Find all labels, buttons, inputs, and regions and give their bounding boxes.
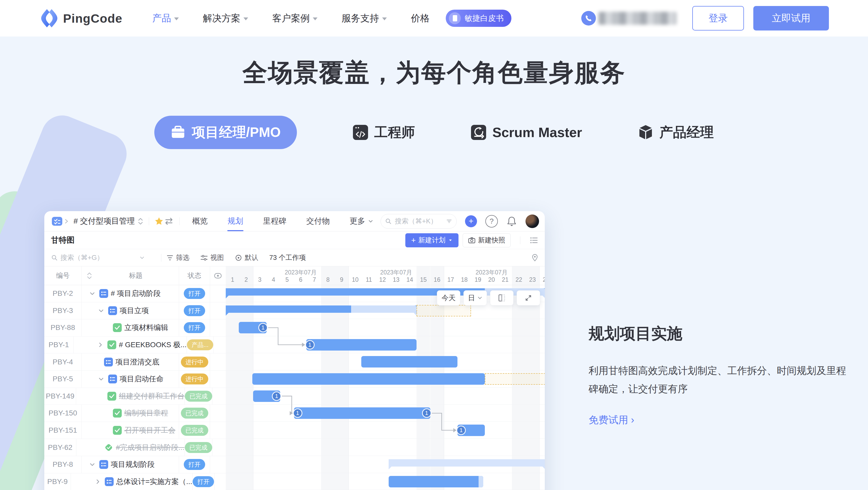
column-header-status[interactable]: 状态	[179, 266, 210, 285]
table-row[interactable]: PBY-9总体设计=实施方案（...打开	[44, 473, 226, 490]
work-item-title[interactable]: 编制项目章程	[124, 408, 168, 418]
dependency-badge[interactable]: 1	[293, 408, 302, 418]
watch-cell[interactable]	[210, 354, 226, 370]
project-title[interactable]: # 交付型项目管理	[73, 216, 135, 226]
work-item-title[interactable]: 项目启动任命	[120, 374, 163, 384]
tab-more[interactable]: 更多	[349, 216, 374, 226]
gantt-bar[interactable]	[226, 305, 416, 313]
work-item-title[interactable]: 项目澄清交底	[116, 357, 159, 367]
notifications-bell-icon[interactable]	[506, 216, 517, 227]
status-badge[interactable]: 已完成	[185, 442, 212, 453]
table-row[interactable]: PBY-1# GEEKBOOKS 极...产品...	[44, 336, 226, 354]
watch-cell[interactable]	[210, 422, 226, 439]
table-row[interactable]: PBY-3项目立项打开	[44, 302, 226, 319]
expand-collapse-icon[interactable]	[97, 375, 105, 382]
status-badge[interactable]: 已完成	[185, 391, 212, 402]
filter-button[interactable]: 筛选	[166, 253, 189, 262]
watch-cell[interactable]	[210, 371, 226, 388]
work-item-title[interactable]: 项目规划阶段	[111, 460, 155, 469]
new-plan-button[interactable]: + 新建计划	[405, 233, 459, 247]
new-snapshot-button[interactable]: 新建快照	[463, 233, 510, 247]
work-item-title[interactable]: 总体设计=实施方案（...	[116, 477, 192, 487]
nav-item-3[interactable]: 服务支持	[341, 12, 387, 25]
table-row[interactable]: PBY-2# 项目启动阶段打开	[44, 285, 226, 302]
role-tab-3[interactable]: 产品经理	[638, 123, 714, 142]
nav-item-4[interactable]: 价格	[411, 12, 430, 25]
split-panel-button[interactable]	[490, 290, 514, 305]
table-row[interactable]: PBY-151召开项目开工会已完成	[44, 422, 226, 439]
watch-cell[interactable]	[210, 319, 226, 336]
time-unit-select[interactable]: 日	[463, 290, 487, 305]
locate-pin-icon[interactable]	[531, 254, 538, 262]
view-button[interactable]: 视图	[200, 253, 224, 262]
free-trial-link[interactable]: 免费试用 ›	[589, 414, 634, 427]
status-badge[interactable]: 进行中	[181, 373, 208, 385]
user-avatar[interactable]	[526, 215, 539, 228]
expand-collapse-icon[interactable]	[97, 307, 105, 314]
create-new-button[interactable]: +	[465, 215, 477, 227]
role-tab-2[interactable]: Scrum Master	[471, 125, 582, 140]
gantt-bar[interactable]	[294, 407, 430, 419]
app-tab-3[interactable]: 交付物	[306, 211, 330, 231]
watch-cell[interactable]	[212, 439, 226, 456]
gantt-bar[interactable]	[306, 339, 417, 350]
gantt-bar[interactable]	[389, 476, 483, 487]
status-badge[interactable]: 打开	[184, 459, 205, 470]
work-item-title[interactable]: # 项目启动阶段	[111, 288, 161, 299]
dependency-badge[interactable]: 1	[272, 392, 281, 401]
watch-cell[interactable]	[210, 285, 226, 302]
expand-toggle-icon[interactable]	[96, 341, 105, 348]
status-badge[interactable]: 打开	[184, 288, 205, 299]
table-row[interactable]: PBY-4项目澄清交底进行中	[44, 354, 226, 371]
login-button[interactable]: 登录	[692, 6, 744, 30]
switch-project-icon[interactable]	[137, 217, 144, 226]
nav-item-0[interactable]: 产品	[152, 12, 179, 25]
logo[interactable]: PingCode	[39, 7, 122, 29]
watch-cell[interactable]	[210, 456, 226, 473]
help-icon[interactable]: ?	[485, 215, 498, 227]
status-badge[interactable]: 打开	[184, 322, 205, 333]
status-badge[interactable]: 打开	[184, 305, 205, 316]
work-item-title[interactable]: #完成项目启动阶段...	[116, 442, 185, 453]
dependency-badge[interactable]: 1	[422, 408, 431, 418]
work-item-title[interactable]: 项目立项	[120, 306, 149, 316]
favorite-star-icon[interactable]	[154, 217, 164, 226]
list-settings-icon[interactable]	[530, 236, 538, 244]
app-tab-1[interactable]: 规划	[227, 211, 243, 231]
table-row[interactable]: PBY-149组建交付群和工作台已完成	[44, 388, 226, 405]
status-badge[interactable]: 已完成	[181, 408, 208, 419]
table-row[interactable]: PBY-62#完成项目启动阶段...已完成	[44, 439, 226, 456]
status-badge[interactable]: 打开	[193, 476, 214, 487]
watch-cell[interactable]	[215, 473, 226, 490]
dependency-badge[interactable]: 1	[457, 426, 466, 435]
watch-cell[interactable]	[210, 405, 226, 422]
role-tab-1[interactable]: 工程师	[353, 123, 415, 142]
app-tab-2[interactable]: 里程碑	[263, 211, 286, 231]
search-filter-icon[interactable]	[446, 218, 452, 224]
expand-collapse-icon[interactable]	[88, 290, 97, 297]
role-tab-0[interactable]: 项目经理/PMO	[154, 116, 297, 149]
table-row[interactable]: PBY-8项目规划阶段打开	[44, 456, 226, 473]
dependency-badge[interactable]: 1	[258, 323, 268, 332]
fullscreen-button[interactable]	[517, 290, 540, 305]
column-header-watch[interactable]	[210, 266, 226, 285]
table-row[interactable]: PBY-5项目启动任命进行中	[44, 371, 226, 388]
gantt-bar[interactable]	[252, 373, 485, 385]
try-now-button[interactable]: 立即试用	[753, 6, 829, 30]
work-item-title[interactable]: 召开项目开工会	[124, 425, 176, 435]
status-badge[interactable]: 产品...	[187, 339, 213, 350]
nav-item-2[interactable]: 客户案例	[272, 12, 317, 25]
gantt-bar[interactable]	[361, 356, 458, 367]
column-header-title[interactable]: 标题	[82, 266, 179, 285]
status-badge[interactable]: 进行中	[181, 357, 208, 367]
app-tab-0[interactable]: 概览	[192, 211, 208, 231]
expand-toggle-icon[interactable]	[93, 478, 102, 485]
default-view-button[interactable]: 默认	[235, 253, 258, 262]
swap-icon[interactable]	[164, 217, 174, 226]
work-item-title[interactable]: 立项材料编辑	[124, 323, 168, 333]
watch-cell[interactable]	[210, 302, 226, 319]
nav-item-1[interactable]: 解决方案	[203, 12, 248, 25]
gantt-search-input[interactable]: 搜索（⌘+G）	[51, 253, 145, 262]
project-folder-icon[interactable]	[51, 215, 63, 227]
whitepaper-badge[interactable]: 敏捷白皮书	[446, 10, 512, 27]
